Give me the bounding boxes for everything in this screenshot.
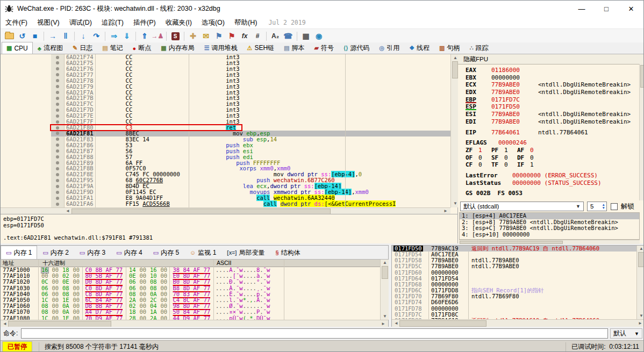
dump-tab-内存 5[interactable]: ▭内存 5 [148,246,184,259]
calling-convention-select[interactable]: 默认 (stdcall)▼ [460,202,584,211]
breakpoint-dot-icon[interactable] [56,161,59,164]
tab-CPU[interactable]: ▦CPU [2,42,33,54]
dump-hscrollbar[interactable]: ◄ ► [1,320,388,327]
stack-vscrollbar[interactable]: ▲ ▼ [636,246,644,319]
tab-线程[interactable]: ❖线程 [404,42,434,54]
close-button[interactable]: ✕ [619,1,643,17]
disasm-row[interactable]: 6AD21F80C3ret [1,125,450,131]
register-row[interactable]: ESP0171FD50 [458,103,640,111]
register-row[interactable]: EBP0171FD7C [458,96,640,104]
handles-phone-button[interactable]: ☎ [282,30,295,42]
breakpoint-dot-icon[interactable] [56,114,59,118]
strings-button[interactable]: A₂ [269,30,282,42]
disasm-row[interactable]: 6AD21F78CCint3 [1,78,450,84]
breakpoint-dot-icon[interactable] [56,167,59,170]
breakpoint-dot-icon[interactable] [56,85,59,88]
register-row[interactable]: EIP77B64061ntdll.77B64061 [458,129,640,137]
breakpoint-dot-icon[interactable] [56,91,59,94]
menu-视图(V)[interactable]: 视图(V) [32,17,65,28]
tab-句柄[interactable]: ▥句柄 [434,42,464,54]
command-syntax-select[interactable]: 默认▼ [610,328,642,339]
stack-row[interactable]: 0171FD5077B9AC19返回到 ntdll.77B9AC19 自 ntd… [392,246,636,252]
run-button[interactable]: → [46,30,59,42]
command-input[interactable] [21,328,608,339]
breakpoint-dot-icon[interactable] [56,179,59,182]
stop-debug-button[interactable]: ■ [28,30,41,42]
breakpoint-dot-icon[interactable] [56,191,59,194]
tab-笔记[interactable]: ▤笔记 [97,42,127,54]
register-row[interactable]: EFLAGS00000246 [458,139,640,147]
breakpoint-dot-icon[interactable] [56,67,59,70]
breakpoint-dot-icon[interactable] [56,149,59,153]
dump-tab-内存 4[interactable]: ▭内存 4 [111,246,147,259]
scylla-button[interactable]: S [169,30,182,42]
breakpoint-dot-icon[interactable] [56,138,59,141]
label-button[interactable]: ⚑ [212,30,225,42]
tab-SEH链[interactable]: ⚠SEH链 [242,42,280,54]
breakpoint-dot-icon[interactable] [56,61,59,64]
menu-帮助(H)[interactable]: 帮助(H) [230,17,262,28]
open-file-button[interactable] [3,30,16,42]
disasm-row[interactable]: 6AD21FA6FF15 ACD5566Bcall dword ptr ds:[… [1,201,450,207]
menu-选项(O)[interactable]: 选项(O) [197,17,230,28]
step-into-source-button[interactable]: ⇓ [120,30,133,42]
breakpoint-dot-icon[interactable] [56,155,59,159]
breakpoint-dot-icon[interactable] [56,120,59,124]
breakpoint-dot-icon[interactable] [56,73,59,76]
menu-调试(D)[interactable]: 调试(D) [65,17,97,28]
breakpoint-dot-icon[interactable] [56,185,59,188]
breakpoint-dot-icon[interactable] [56,109,59,112]
dump-tab-内存 1[interactable]: ▭内存 1 [1,246,37,259]
maximize-button[interactable]: □ [594,1,619,17]
breakpoint-dot-icon[interactable] [56,56,59,59]
stack-row[interactable]: 0171FD6000000000 [392,270,636,276]
comment-button[interactable]: ✉ [199,30,212,42]
bookmark-button[interactable]: ⚑ [225,30,238,42]
args-hscrollbar[interactable] [459,240,640,244]
stack-row[interactable]: 0171FD640171FD54 [392,276,636,282]
breakpoint-dot-icon[interactable] [56,203,59,206]
call-argument-row[interactable]: 4: [esp+10] 00000000 [460,232,639,238]
breakpoint-dot-icon[interactable] [56,143,59,147]
dump-tab-监视 1[interactable]: ☺监视 1 [184,246,221,259]
breakpoint-dot-icon[interactable] [56,103,59,106]
flags-row[interactable]: CF0TF0IF1 [458,161,640,169]
dump-tab-结构体[interactable]: §结构体 [270,246,305,259]
flags-row[interactable]: OF0SF0DF0 [458,154,640,162]
segment-registers-row[interactable]: GS 002B FS 0053 [458,190,640,197]
dump-tab-内存 2[interactable]: ▭内存 2 [37,246,74,259]
disasm-row[interactable]: 6AD21F8756push esi [1,148,450,154]
register-row[interactable]: EBX00000000 [458,74,640,82]
tab-日志[interactable]: ✎日志 [68,42,97,54]
register-row[interactable]: EDX77B9ABE0<ntdll.DbgUiRemoteBreakin> [458,89,640,96]
stack-row[interactable]: 0171FD7800000000 [392,306,636,312]
dump-tab-内存 3[interactable]: ▭内存 3 [74,246,111,259]
arg-count-stepper[interactable]: 5 ▲▼ [587,202,607,211]
breakpoint-dot-icon[interactable] [56,97,59,100]
online-help-button[interactable]: ◉ [312,30,325,42]
tab-源代码[interactable]: ⟨⟩源代码 [339,42,375,54]
disasm-row[interactable]: 6AD21F79CCint3 [1,84,450,90]
restart-button[interactable]: ↺ [16,30,28,42]
menu-收藏夹(I)[interactable]: 收藏夹(I) [161,17,197,28]
dump-tab-局部变量[interactable]: [x=]局部变量 [221,246,270,259]
minimize-button[interactable]: — [569,1,594,17]
run-to-user-code-button[interactable]: ⇒ [108,30,120,42]
menu-追踪(T)[interactable]: 追踪(T) [97,17,128,28]
stack-hscrollbar[interactable]: ◄ ► [392,319,644,327]
breakpoint-dot-icon[interactable] [56,197,59,200]
execute-till-return-button[interactable]: ⇑ [138,30,151,42]
tab-脚本[interactable]: ▤脚本 [279,42,309,54]
patches-button[interactable]: ✚ [187,30,199,42]
step-into-button[interactable]: ↓ [77,30,90,42]
tab-引用[interactable]: ◎引用 [375,42,405,54]
flags-row[interactable]: ZF1PF1AF0 [458,147,640,154]
tab-流程图[interactable]: ♣流程图 [33,42,68,54]
tab-跟踪[interactable]: ∴跟踪 [464,42,493,54]
run-to-user-module-button[interactable]: →♟ [151,30,164,42]
register-row[interactable]: ECX77B9ABE0<ntdll.DbgUiRemoteBreakin> [458,81,640,89]
menu-文件(F)[interactable]: 文件(F) [1,17,32,28]
breakpoint-dot-icon[interactable] [56,173,59,176]
unlock-checkbox[interactable] [611,203,618,210]
tab-断点[interactable]: ●断点 [128,42,156,54]
